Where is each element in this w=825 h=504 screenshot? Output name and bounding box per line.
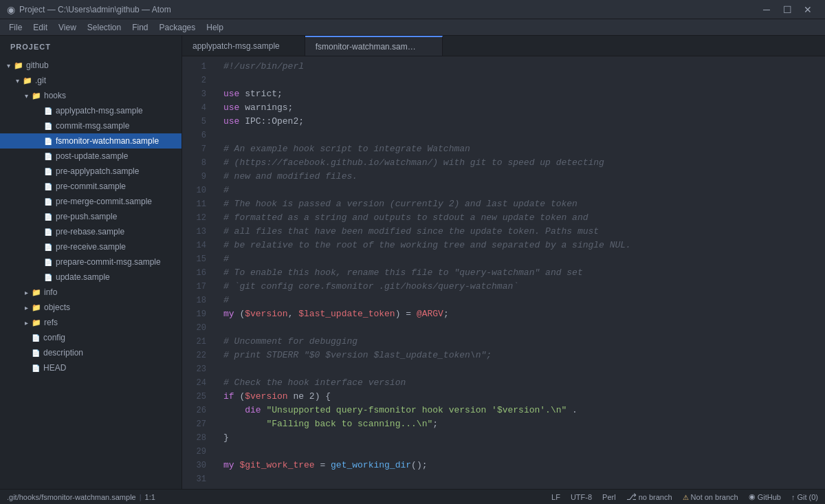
sidebar-item-git[interactable]: 📁 .git (0, 73, 182, 88)
line-number: 19 (189, 307, 206, 321)
code-line (223, 129, 825, 142)
code-line: use warnings; (223, 101, 825, 115)
list-item[interactable]: 📄 pre-rebase.sample (0, 224, 182, 239)
list-item[interactable]: 📄 pre-applypatch.sample (0, 164, 182, 179)
status-branch[interactable]: no branch (626, 492, 672, 502)
code-token: # (223, 294, 229, 307)
list-item[interactable]: 📄 commit-msg.sample (0, 118, 182, 133)
code-line: # Uncomment for debugging (223, 335, 825, 349)
file-icon: 📄 (43, 168, 54, 175)
list-item[interactable]: 📄 pre-commit.sample (0, 179, 182, 194)
file-label: update.sample (56, 272, 110, 282)
list-item[interactable]: 📄 pre-push.sample (0, 209, 182, 224)
line-number: 13 (189, 225, 206, 239)
code-line: # (223, 252, 825, 266)
list-item[interactable]: 📄 description (0, 345, 182, 360)
list-item[interactable]: 📄 HEAD (0, 360, 182, 375)
menu-file[interactable]: File (3, 21, 28, 34)
list-item[interactable]: 📄 post-update.sample (0, 149, 182, 164)
file-icon: 📄 (43, 122, 54, 130)
menu-packages[interactable]: Packages (154, 21, 201, 34)
status-line-ending[interactable]: LF (551, 493, 560, 501)
tab-fsmonitor[interactable]: fsmonitor-watchman.sample ✕ (305, 36, 443, 56)
file-icon: 📄 (43, 274, 54, 281)
list-item[interactable]: 📄 pre-receive.sample (0, 239, 182, 254)
objects-folder-icon: 📁 (31, 303, 42, 312)
sidebar-item-info[interactable]: 📁 info (0, 285, 182, 300)
list-item[interactable]: 📄 config (0, 330, 182, 345)
line-number: 25 (189, 390, 206, 404)
list-item[interactable]: 📄 update.sample ‹ (0, 270, 182, 285)
line-number: 6 (189, 129, 206, 142)
code-line: # new and modified files. (223, 170, 825, 184)
code-line: "Falling back to scanning...\n"; (223, 417, 825, 431)
github-arrow-icon (3, 62, 13, 69)
code-line (223, 472, 825, 486)
code-token: strict; (239, 87, 282, 101)
line-number: 18 (189, 294, 206, 307)
status-position[interactable]: 1:1 (145, 493, 155, 501)
code-token: #!/usr/bin/perl (223, 60, 304, 74)
code-line: if ($version ne 2) { (223, 390, 825, 404)
code-token: # Check the hook interface version (223, 376, 406, 390)
code-line: # (223, 184, 825, 197)
close-button[interactable]: ✕ (798, 0, 818, 19)
sidebar-item-objects[interactable]: 📁 objects (0, 300, 182, 315)
file-icon: 📄 (43, 243, 54, 251)
file-icon: 📄 (43, 138, 54, 145)
hooks-arrow-icon (21, 92, 31, 100)
code-line (223, 74, 825, 87)
code-token: } (223, 431, 229, 445)
file-label: applypatch-msg.sample (56, 106, 143, 116)
maximize-button[interactable]: ☐ (777, 0, 798, 19)
line-number: 12 (189, 211, 206, 225)
status-language[interactable]: Perl (602, 493, 616, 501)
warning-icon (683, 493, 689, 501)
code-content[interactable]: #!/usr/bin/perl use strict;use warnings;… (213, 56, 825, 489)
menu-find[interactable]: Find (126, 21, 153, 34)
line-number: 11 (189, 197, 206, 211)
status-git[interactable]: Git (0) (791, 493, 818, 501)
menu-edit[interactable]: Edit (28, 21, 53, 34)
status-not-on-branch[interactable]: Not on branch (683, 493, 738, 501)
file-label: description (43, 348, 83, 358)
code-token: @ARGV (417, 307, 443, 321)
status-path[interactable]: .git/hooks/fsmonitor-watchman.sample (7, 493, 136, 501)
code-token: get_working_dir (331, 459, 411, 472)
file-label: pre-rebase.sample (56, 227, 124, 237)
main-layout: Project 📁 github 📁 .git 📁 hooks (0, 36, 825, 489)
menu-view[interactable]: View (53, 21, 82, 34)
sidebar-item-github[interactable]: 📁 github (0, 58, 182, 73)
title-bar-left: ◉ Project — C:\Users\admin\github — Atom (7, 4, 171, 15)
minimize-button[interactable]: ─ (756, 0, 777, 19)
app-icon: ◉ (7, 4, 15, 15)
code-line: # print STDERR "$0 $version $last_update… (223, 349, 825, 362)
list-item[interactable]: 📄 pre-merge-commit.sample (0, 194, 182, 209)
file-icon: 📄 (30, 349, 41, 357)
list-item[interactable]: 📄 prepare-commit-msg.sample (0, 254, 182, 270)
code-line (223, 321, 825, 335)
status-left: .git/hooks/fsmonitor-watchman.sample | 1… (7, 493, 155, 501)
code-token: # (https://facebook.github.io/watchman/)… (223, 156, 604, 170)
status-github[interactable]: GitHub (749, 492, 781, 501)
refs-label: refs (44, 318, 58, 327)
sidebar-item-hooks[interactable]: 📁 hooks (0, 88, 182, 103)
list-item[interactable]: 📄 applypatch-msg.sample (0, 103, 182, 118)
line-numbers: 1234567891011121314151617181920212223242… (182, 56, 213, 489)
code-editor[interactable]: 1234567891011121314151617181920212223242… (182, 56, 825, 489)
file-icon: 📄 (43, 153, 54, 160)
not-on-branch-text: Not on branch (691, 493, 738, 501)
list-item[interactable]: 📄 fsmonitor-watchman.sample (0, 133, 182, 149)
status-encoding[interactable]: UTF-8 (571, 493, 592, 501)
code-token: = (315, 459, 331, 472)
title-bar-title: Project — C:\Users\admin\github — Atom (19, 5, 171, 14)
code-token: my (223, 307, 234, 321)
tab-applypatch[interactable]: applypatch-msg.sample ✕ (182, 36, 305, 56)
code-line: # all files that have been modified sinc… (223, 225, 825, 239)
menu-selection[interactable]: Selection (82, 21, 126, 34)
menu-help[interactable]: Help (201, 21, 229, 34)
sidebar-item-refs[interactable]: 📁 refs (0, 315, 182, 330)
branch-text: no branch (639, 493, 672, 501)
code-token: IPC::Open2; (239, 115, 304, 129)
code-token: "Unsupported query-fsmonitor hook versio… (266, 404, 566, 417)
